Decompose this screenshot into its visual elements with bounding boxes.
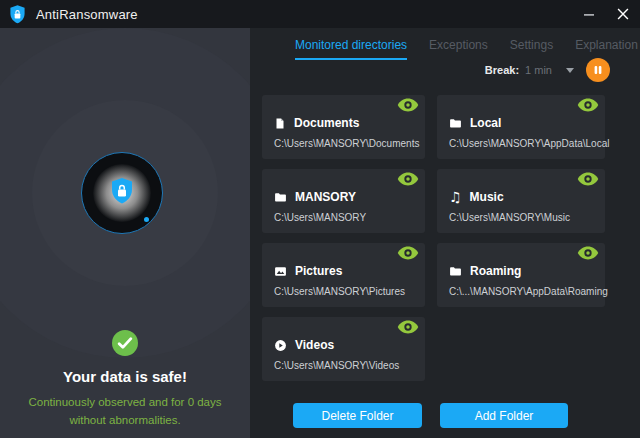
document-icon	[274, 117, 286, 130]
directory-card-roaming[interactable]: Roaming C:\...\MANSORY\AppData\Roaming	[437, 243, 605, 307]
eye-icon[interactable]	[577, 246, 599, 260]
main-panel: Monitored directoriesExceptionsSettingsE…	[250, 28, 640, 438]
directory-name: Pictures	[295, 264, 342, 278]
directory-path: C:\Users\MANSORY	[274, 212, 366, 223]
app-title: AntiRansomware	[36, 7, 138, 22]
tab-explanation[interactable]: Explanation	[575, 38, 638, 60]
tab-settings[interactable]: Settings	[510, 38, 553, 60]
delete-folder-button[interactable]: Delete Folder	[293, 403, 422, 428]
break-label: Break:	[485, 64, 519, 76]
directory-path: C:\...\MANSORY\AppData\Roaming	[449, 286, 608, 297]
music-icon: ♫	[449, 190, 462, 204]
directory-card-music[interactable]: ♫ Music C:\Users\MANSORY\Music	[437, 169, 605, 233]
directory-path: C:\Users\MANSORY\Music	[449, 212, 570, 223]
videos-icon	[274, 339, 287, 352]
directory-name: Music	[470, 190, 504, 204]
directory-path: C:\Users\MANSORY\Pictures	[274, 286, 405, 297]
app-window: AntiRansomware	[0, 0, 640, 438]
status-panel: Your data is safe! Continuously observed…	[0, 28, 250, 438]
break-duration-select[interactable]: 1 min	[525, 64, 552, 76]
folder-icon	[274, 191, 287, 204]
pictures-icon	[274, 265, 287, 278]
directory-grid: Documents C:\Users\MANSORY\Documents Loc…	[262, 95, 605, 381]
directory-card-videos[interactable]: Videos C:\Users\MANSORY\Videos	[262, 317, 425, 381]
directory-path: C:\Users\MANSORY\AppData\Local	[449, 138, 609, 149]
close-button[interactable]	[606, 0, 640, 28]
eye-icon[interactable]	[577, 98, 599, 112]
eye-icon[interactable]	[397, 246, 419, 260]
check-circle-icon	[112, 342, 138, 359]
eye-icon[interactable]	[397, 172, 419, 186]
action-bar: Delete Folder Add Folder	[262, 403, 605, 428]
directory-card-pictures[interactable]: Pictures C:\Users\MANSORY\Pictures	[262, 243, 425, 307]
tab-exceptions[interactable]: Exceptions	[429, 38, 488, 60]
shield-lock-icon	[9, 5, 26, 24]
eye-icon[interactable]	[397, 320, 419, 334]
folder-icon	[449, 117, 462, 130]
pause-button[interactable]	[586, 58, 610, 82]
protection-orb	[81, 152, 163, 234]
shield-lock-icon	[110, 178, 134, 208]
directory-name: Documents	[294, 116, 359, 130]
directory-path: C:\Users\MANSORY\Videos	[274, 360, 399, 371]
tab-bar: Monitored directoriesExceptionsSettingsE…	[295, 38, 638, 60]
folder-icon	[449, 265, 462, 278]
orbit-dot	[144, 217, 149, 222]
directory-card-documents[interactable]: Documents C:\Users\MANSORY\Documents	[262, 95, 425, 159]
add-folder-button[interactable]: Add Folder	[440, 403, 568, 428]
tab-monitored-directories[interactable]: Monitored directories	[295, 38, 407, 60]
minimize-button[interactable]	[572, 0, 606, 28]
directory-name: MANSORY	[295, 190, 356, 204]
status-headline: Your data is safe!	[0, 368, 250, 385]
status-subtext: Continuously observed and for 0 days wit…	[16, 394, 234, 430]
directory-name: Roaming	[470, 264, 521, 278]
break-control: Break: 1 min	[485, 58, 610, 82]
directory-name: Videos	[295, 338, 334, 352]
orb-glow	[93, 164, 151, 222]
directory-name: Local	[470, 116, 501, 130]
chevron-down-icon[interactable]	[566, 68, 574, 73]
directory-path: C:\Users\MANSORY\Documents	[274, 138, 419, 149]
eye-icon[interactable]	[577, 172, 599, 186]
eye-icon[interactable]	[397, 98, 419, 112]
directory-card-local[interactable]: Local C:\Users\MANSORY\AppData\Local	[437, 95, 605, 159]
directory-card-mansory[interactable]: MANSORY C:\Users\MANSORY	[262, 169, 425, 233]
titlebar: AntiRansomware	[0, 0, 640, 28]
